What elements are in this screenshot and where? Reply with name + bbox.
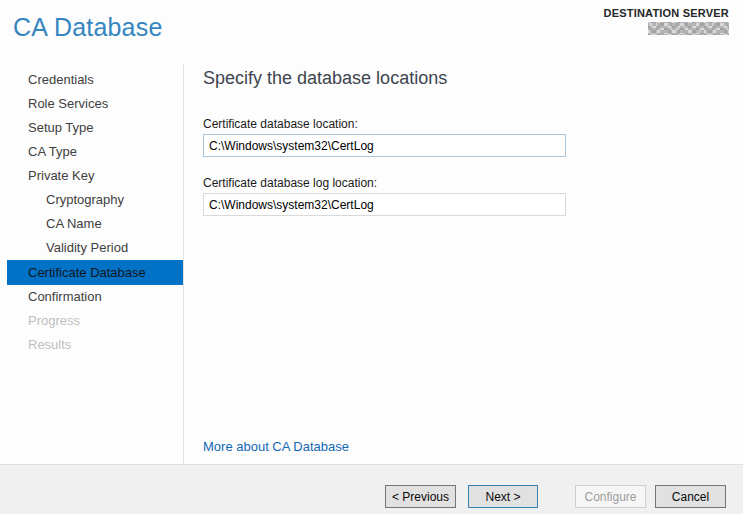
sidebar-item-credentials[interactable]: Credentials (0, 68, 183, 92)
db-log-location-label: Certificate database log location: (203, 176, 377, 190)
destination-server-block: DESTINATION SERVER (604, 7, 729, 35)
sidebar-item-results: Results (0, 333, 183, 357)
db-log-location-input[interactable] (203, 193, 566, 216)
sidebar-item-ca-type[interactable]: CA Type (0, 140, 183, 164)
page-title: CA Database (13, 13, 163, 42)
wizard-window: CA Database DESTINATION SERVER Credentia… (0, 0, 743, 514)
sidebar-item-confirmation[interactable]: Confirmation (0, 285, 183, 309)
destination-server-label: DESTINATION SERVER (604, 7, 729, 19)
sidebar-item-certificate-database[interactable]: Certificate Database (7, 260, 183, 285)
wizard-footer: < Previous Next > Configure Cancel (0, 464, 743, 514)
previous-button[interactable]: < Previous (385, 485, 456, 508)
sidebar-item-validity-period[interactable]: Validity Period (0, 236, 183, 260)
wizard-steps-nav: Credentials Role Services Setup Type CA … (0, 68, 183, 357)
content-heading: Specify the database locations (203, 68, 447, 89)
next-button[interactable]: Next > (468, 485, 538, 508)
configure-button[interactable]: Configure (575, 485, 646, 508)
db-location-input[interactable] (203, 134, 566, 157)
sidebar-item-setup-type[interactable]: Setup Type (0, 116, 183, 140)
more-about-ca-database-link[interactable]: More about CA Database (203, 439, 349, 454)
sidebar-divider (183, 64, 184, 464)
destination-server-name-redacted (648, 22, 729, 35)
cancel-button[interactable]: Cancel (655, 485, 726, 508)
sidebar-item-role-services[interactable]: Role Services (0, 92, 183, 116)
sidebar-item-cryptography[interactable]: Cryptography (0, 188, 183, 212)
db-location-label: Certificate database location: (203, 117, 358, 131)
sidebar-item-progress: Progress (0, 309, 183, 333)
sidebar-item-private-key[interactable]: Private Key (0, 164, 183, 188)
sidebar-item-ca-name[interactable]: CA Name (0, 212, 183, 236)
